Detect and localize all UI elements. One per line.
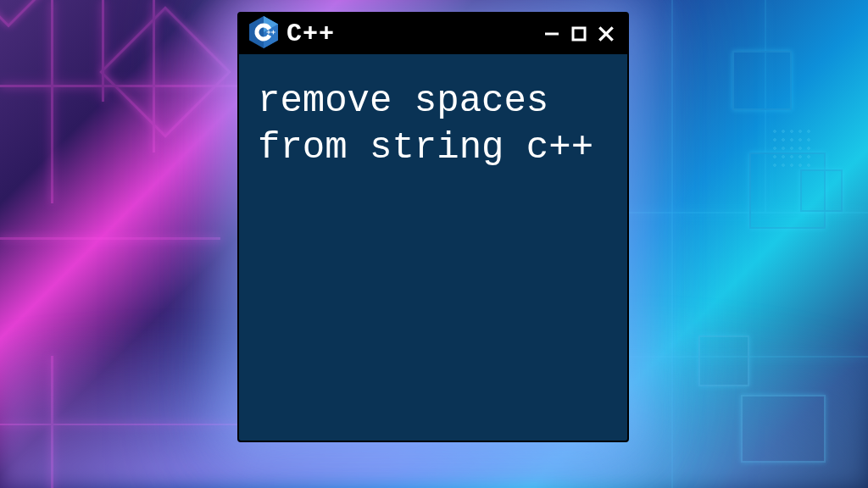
close-button[interactable] (595, 23, 617, 45)
terminal-content: remove spaces from string c++ (239, 54, 627, 441)
svg-rect-8 (573, 28, 585, 40)
window-controls (541, 23, 617, 45)
window-titlebar[interactable]: C++ (239, 14, 627, 54)
maximize-button[interactable] (568, 23, 590, 45)
cpp-logo-icon (249, 16, 278, 53)
terminal-window: C++ remove spaces from string c++ (237, 12, 629, 442)
svg-rect-6 (271, 31, 275, 32)
minimize-button[interactable] (541, 23, 563, 45)
svg-rect-4 (267, 31, 271, 32)
window-title: C++ (287, 19, 532, 48)
